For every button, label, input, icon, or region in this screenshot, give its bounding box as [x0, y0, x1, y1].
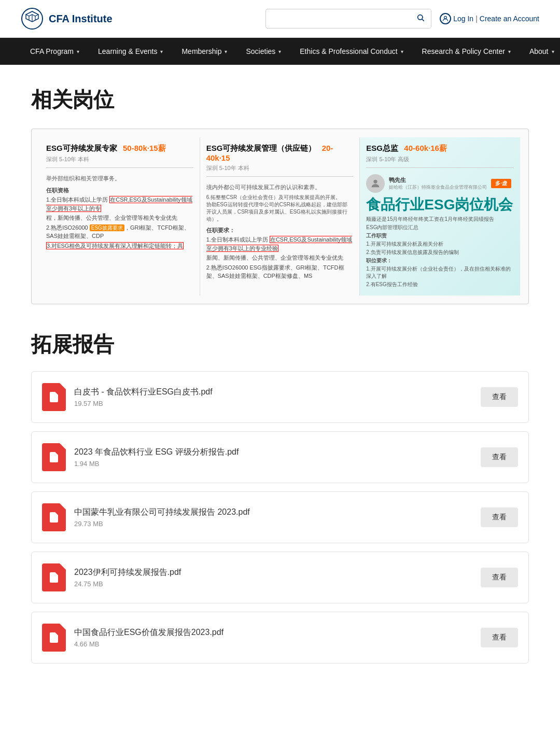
reports-section-title: 拓展报告 [31, 330, 529, 359]
report-item-0: PDF 白皮书 - 食品饮料行业ESG白皮书.pdf 19.57 MB 查看 [31, 371, 529, 423]
auth-separator: | [475, 15, 478, 23]
logo-text: CFA Institute [49, 13, 113, 25]
header-right: Log In | Create an Account [265, 9, 539, 29]
card-badge: 多·虚 [491, 179, 511, 188]
pdf-icon: PDF [42, 624, 66, 652]
nav-label-about: About [529, 47, 549, 55]
login-link[interactable]: Log In [453, 15, 473, 23]
report-name-1: 2023 年食品饮料行业 ESG 评级分析报告.pdf [74, 447, 472, 458]
pdf-file-icon: PDF [48, 571, 60, 584]
job-card-1[interactable]: ESG可持续发展专家 50-80k·15薪 深圳 5-10年 本科 举外部组织和… [40, 137, 200, 295]
job-cards-area: ESG可持续发展专家 50-80k·15薪 深圳 5-10年 本科 举外部组织和… [31, 129, 529, 304]
chevron-down-icon: ▾ [77, 49, 79, 54]
jobs-section-title: 相关岗位 [31, 86, 529, 114]
svg-text:PDF: PDF [50, 518, 55, 521]
nav-item-societies[interactable]: Societies ▾ [236, 38, 290, 65]
search-button[interactable] [410, 9, 431, 28]
report-name-3: 2023伊利可持续发展报告.pdf [74, 567, 472, 578]
svg-text:PDF: PDF [50, 639, 55, 642]
avatar [366, 174, 385, 193]
report-item-4: PDF 中国食品行业ESG价值发展报告2023.pdf 4.66 MB 查看 [31, 612, 529, 664]
report-info-2: 中国蒙牛乳业有限公司可持续发展报告 2023.pdf 29.73 MB [74, 507, 472, 528]
chevron-down-icon: ▾ [160, 49, 163, 54]
logo-area[interactable]: CFA Institute [21, 7, 113, 30]
report-list: PDF 白皮书 - 食品饮料行业ESG白皮书.pdf 19.57 MB 查看 P… [31, 371, 529, 664]
nav-item-about[interactable]: About ▾ [520, 38, 560, 65]
svg-text:PDF: PDF [50, 458, 55, 461]
auth-links: Log In | Create an Account [440, 13, 539, 24]
svg-point-7 [374, 180, 377, 184]
report-info-1: 2023 年食品饮料行业 ESG 评级分析报告.pdf 1.94 MB [74, 447, 472, 468]
view-button-2[interactable]: 查看 [481, 507, 518, 527]
job-card-2[interactable]: ESG可持续发展管理（供应链） 20-40k·15 深圳 5-10年 本科 境内… [200, 137, 360, 295]
view-button-4[interactable]: 查看 [481, 628, 518, 647]
report-size-4: 4.66 MB [74, 640, 472, 648]
user-icon [440, 13, 451, 24]
separator-2 [206, 176, 354, 177]
job-card-3[interactable]: ESG总监 40-60k·16薪 深圳 5-10年 高级 [360, 137, 520, 295]
report-info-3: 2023伊利可持续发展报告.pdf 24.75 MB [74, 567, 472, 588]
report-info-4: 中国食品行业ESG价值发展报告2023.pdf 4.66 MB [74, 627, 472, 648]
nav-item-ethics[interactable]: Ethics & Professional Conduct ▾ [290, 38, 412, 65]
create-account-link[interactable]: Create an Account [480, 15, 539, 23]
pdf-file-icon: PDF [48, 391, 60, 403]
nav-item-research[interactable]: Research & Policy Center ▾ [413, 38, 520, 65]
report-name-4: 中国食品行业ESG价值发展报告2023.pdf [74, 627, 472, 638]
pdf-icon: PDF [42, 503, 66, 531]
chevron-down-icon: ▾ [401, 49, 403, 54]
pdf-file-icon: PDF [48, 511, 60, 524]
job-meta-2: 深圳 5-10年 本科 [206, 164, 354, 172]
report-item-1: PDF 2023 年食品饮料行业 ESG 评级分析报告.pdf 1.94 MB … [31, 431, 529, 483]
svg-text:PDF: PDF [50, 398, 55, 401]
header: CFA Institute Log In | Create an Account [0, 0, 560, 38]
reports-section: 拓展报告 PDF 白皮书 - 食品饮料行业ESG白皮书.pdf 19.57 MB… [31, 330, 529, 664]
nav-item-learning-events[interactable]: Learning & Events ▾ [89, 38, 172, 65]
nav-item-cfa-program[interactable]: CFA Program ▾ [21, 38, 89, 65]
job-desc-1: 举外部组织和相关管理事务。 任职资格 1.全日制本科或以上学历 在CSR,ESG… [46, 174, 193, 250]
job-title-3: ESG总监 [366, 144, 398, 152]
job-req-1: 任职资格 1.全日制本科或以上学历 在CSR,ESG及Sustainabilit… [46, 186, 193, 250]
user-name: 鸭先生 [389, 176, 487, 184]
avatar-icon [370, 178, 381, 189]
job-cards-grid: ESG可持续发展专家 50-80k·15薪 深圳 5-10年 本科 举外部组织和… [40, 137, 520, 295]
nav-item-membership[interactable]: Membership ▾ [172, 38, 236, 65]
view-button-0[interactable]: 查看 [481, 387, 518, 407]
job-title-1: ESG可持续发展专家 [46, 144, 117, 152]
main-content: 相关岗位 ESG可持续发展专家 50-80k·15薪 深圳 5-10年 本科 举… [0, 65, 560, 693]
report-name-0: 白皮书 - 食品饮料行业ESG白皮书.pdf [74, 387, 472, 398]
report-size-3: 24.75 MB [74, 580, 472, 588]
pdf-file-icon: PDF [48, 451, 60, 463]
card-big-title: 食品行业ESG岗位机会 [366, 196, 514, 214]
report-size-1: 1.94 MB [74, 460, 472, 468]
report-size-0: 19.57 MB [74, 400, 472, 407]
view-button-1[interactable]: 查看 [481, 447, 518, 467]
nav-label-cfa-program: CFA Program [30, 47, 74, 55]
search-bar[interactable] [265, 9, 431, 29]
user-company: 娃哈哈（江苏）特殊签业食品企业管理有限公司 [389, 184, 487, 191]
search-icon [416, 13, 425, 22]
nav-label-research: Research & Policy Center [422, 47, 505, 55]
separator-3 [366, 167, 514, 168]
chevron-down-icon: ▾ [225, 49, 227, 54]
job-title-2: ESG可持续发展管理（供应链） [206, 144, 316, 152]
report-name-2: 中国蒙牛乳业有限公司可持续发展报告 2023.pdf [74, 507, 472, 518]
job-meta-1: 深圳 5-10年 本科 [46, 156, 193, 163]
pdf-icon: PDF [42, 383, 66, 411]
nav-label-membership: Membership [181, 47, 221, 55]
main-nav: CFA Program ▾ Learning & Events ▾ Member… [0, 38, 560, 65]
job-meta-3: 深圳 5-10年 高级 [366, 156, 514, 163]
search-input[interactable] [266, 10, 410, 27]
job-salary-3: 40-60k·16薪 [404, 144, 447, 152]
pdf-icon: PDF [42, 443, 66, 471]
chevron-down-icon: ▾ [278, 49, 281, 54]
nav-label-societies: Societies [246, 47, 275, 55]
pdf-file-icon: PDF [48, 631, 60, 644]
report-info-0: 白皮书 - 食品饮料行业ESG白皮书.pdf 19.57 MB [74, 387, 472, 407]
nav-label-learning-events: Learning & Events [98, 47, 157, 55]
view-button-3[interactable]: 查看 [481, 568, 518, 587]
pdf-icon: PDF [42, 563, 66, 591]
nav-list: CFA Program ▾ Learning & Events ▾ Member… [21, 38, 539, 65]
card-sub-list: 顺藤还是15月年终经年终奖工资在1月年终经奖回绩报告 ESG内部管理职位汇总 工… [366, 216, 514, 288]
svg-text:PDF: PDF [50, 578, 55, 582]
nav-label-ethics: Ethics & Professional Conduct [300, 47, 397, 55]
